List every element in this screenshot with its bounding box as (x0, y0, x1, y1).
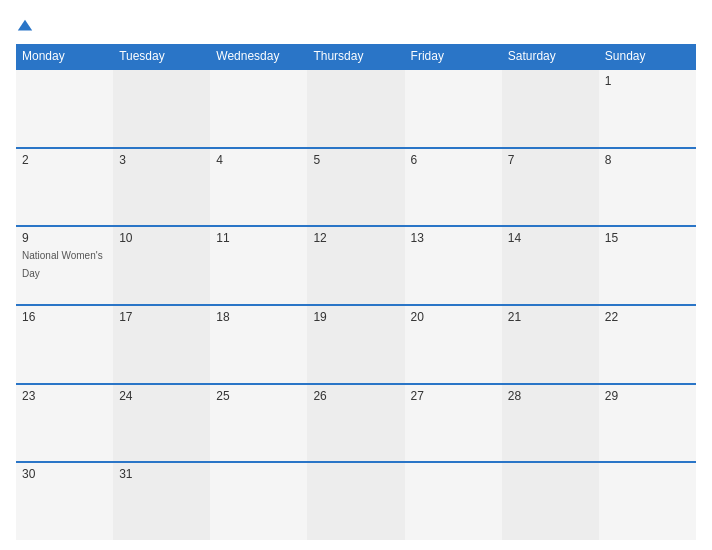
svg-marker-0 (18, 20, 32, 31)
day-header-tuesday: Tuesday (113, 44, 210, 68)
calendar-cell: 5 (307, 149, 404, 226)
holiday-label: National Women's Day (22, 250, 103, 279)
day-number: 25 (216, 389, 301, 403)
calendar-cell (599, 463, 696, 540)
calendar-cell (502, 70, 599, 147)
calendar-cell: 13 (405, 227, 502, 304)
calendar-cell (502, 463, 599, 540)
day-number: 6 (411, 153, 496, 167)
day-number: 26 (313, 389, 398, 403)
calendar-cell (307, 70, 404, 147)
day-number: 23 (22, 389, 107, 403)
day-number: 30 (22, 467, 107, 481)
day-number: 4 (216, 153, 301, 167)
calendar-week-0: 1 (16, 68, 696, 147)
day-number: 10 (119, 231, 204, 245)
day-number: 29 (605, 389, 690, 403)
calendar-cell: 26 (307, 385, 404, 462)
calendar-cell: 11 (210, 227, 307, 304)
day-number: 19 (313, 310, 398, 324)
calendar-cell: 17 (113, 306, 210, 383)
calendar-cell: 19 (307, 306, 404, 383)
calendar-cell: 30 (16, 463, 113, 540)
day-number: 18 (216, 310, 301, 324)
calendar-header: MondayTuesdayWednesdayThursdayFridaySatu… (16, 44, 696, 68)
calendar-cell: 15 (599, 227, 696, 304)
calendar-cell: 23 (16, 385, 113, 462)
day-header-friday: Friday (405, 44, 502, 68)
calendar-page: MondayTuesdayWednesdayThursdayFridaySatu… (0, 0, 712, 550)
day-number: 7 (508, 153, 593, 167)
calendar-cell: 31 (113, 463, 210, 540)
calendar-week-5: 3031 (16, 461, 696, 540)
day-number: 21 (508, 310, 593, 324)
day-number: 5 (313, 153, 398, 167)
calendar-week-1: 2345678 (16, 147, 696, 226)
calendar-cell: 21 (502, 306, 599, 383)
calendar-cell: 6 (405, 149, 502, 226)
day-header-wednesday: Wednesday (210, 44, 307, 68)
calendar-cell: 10 (113, 227, 210, 304)
calendar-cell: 3 (113, 149, 210, 226)
calendar-cell: 25 (210, 385, 307, 462)
calendar: MondayTuesdayWednesdayThursdayFridaySatu… (16, 44, 696, 540)
day-number: 31 (119, 467, 204, 481)
calendar-cell: 2 (16, 149, 113, 226)
day-number: 27 (411, 389, 496, 403)
calendar-cell: 9National Women's Day (16, 227, 113, 304)
day-number: 20 (411, 310, 496, 324)
day-number: 11 (216, 231, 301, 245)
calendar-cell: 18 (210, 306, 307, 383)
page-header (16, 16, 696, 36)
calendar-body: 123456789National Women's Day10111213141… (16, 68, 696, 540)
day-number: 14 (508, 231, 593, 245)
calendar-cell: 7 (502, 149, 599, 226)
day-number: 17 (119, 310, 204, 324)
day-header-thursday: Thursday (307, 44, 404, 68)
day-number: 15 (605, 231, 690, 245)
day-number: 24 (119, 389, 204, 403)
calendar-week-3: 16171819202122 (16, 304, 696, 383)
logo (16, 16, 36, 36)
calendar-cell: 29 (599, 385, 696, 462)
calendar-cell: 28 (502, 385, 599, 462)
calendar-cell: 22 (599, 306, 696, 383)
calendar-cell: 1 (599, 70, 696, 147)
calendar-cell: 8 (599, 149, 696, 226)
day-header-saturday: Saturday (502, 44, 599, 68)
day-header-sunday: Sunday (599, 44, 696, 68)
day-number: 1 (605, 74, 690, 88)
calendar-cell: 4 (210, 149, 307, 226)
day-header-monday: Monday (16, 44, 113, 68)
day-number: 9 (22, 231, 107, 245)
calendar-cell: 16 (16, 306, 113, 383)
day-number: 13 (411, 231, 496, 245)
calendar-cell: 12 (307, 227, 404, 304)
calendar-cell (307, 463, 404, 540)
calendar-cell (405, 70, 502, 147)
calendar-cell: 14 (502, 227, 599, 304)
day-number: 12 (313, 231, 398, 245)
calendar-cell (210, 70, 307, 147)
day-number: 3 (119, 153, 204, 167)
calendar-cell (16, 70, 113, 147)
day-number: 28 (508, 389, 593, 403)
day-number: 8 (605, 153, 690, 167)
calendar-cell (210, 463, 307, 540)
day-number: 16 (22, 310, 107, 324)
day-number: 2 (22, 153, 107, 167)
calendar-week-4: 23242526272829 (16, 383, 696, 462)
calendar-cell: 27 (405, 385, 502, 462)
logo-icon (16, 18, 34, 36)
calendar-cell (405, 463, 502, 540)
calendar-week-2: 9National Women's Day101112131415 (16, 225, 696, 304)
calendar-cell (113, 70, 210, 147)
day-number: 22 (605, 310, 690, 324)
calendar-cell: 20 (405, 306, 502, 383)
calendar-cell: 24 (113, 385, 210, 462)
